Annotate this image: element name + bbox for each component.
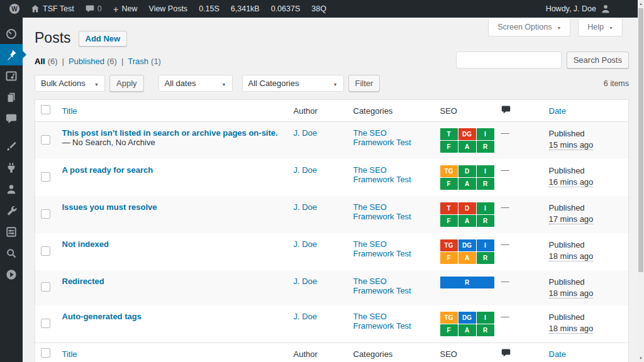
sidebar-item-pages[interactable] bbox=[0, 87, 23, 108]
scroll-up-arrow-icon[interactable]: ▲ bbox=[638, 0, 644, 8]
seo-badge-f: F bbox=[440, 324, 458, 336]
post-title-link[interactable]: Auto-generated tags bbox=[62, 312, 142, 321]
categories-cell: The SEO Framework Test bbox=[347, 196, 434, 233]
sidebar-item-dashboard[interactable] bbox=[0, 23, 23, 44]
vertical-scrollbar[interactable]: ▲ ▼ bbox=[638, 0, 644, 362]
date-cell: Published18 mins ago bbox=[543, 305, 629, 343]
admin-bar: W TSF Test 0 + New View Posts 0.15S 6,34… bbox=[0, 0, 644, 18]
seo-badge-a: A bbox=[458, 324, 476, 336]
category-link[interactable]: The SEO Framework Test bbox=[353, 239, 411, 258]
seo-badge-dg: DG bbox=[458, 239, 476, 251]
search-posts-button[interactable]: Search Posts bbox=[567, 52, 629, 69]
view-all-link[interactable]: All bbox=[35, 57, 45, 66]
author-link[interactable]: J. Doe bbox=[294, 277, 318, 286]
chevron-down-icon bbox=[333, 79, 338, 88]
post-title-link[interactable]: A post ready for search bbox=[62, 165, 153, 175]
post-title-link[interactable]: This post isn’t listed in search or arch… bbox=[62, 128, 278, 138]
view-trash-link[interactable]: Trash bbox=[128, 57, 148, 66]
table-row: Auto-generated tagsJ. DoeThe SEO Framewo… bbox=[35, 305, 629, 343]
scrollbar-thumb[interactable] bbox=[638, 8, 643, 272]
author-link[interactable]: J. Doe bbox=[294, 128, 318, 138]
author-link[interactable]: J. Doe bbox=[294, 165, 318, 175]
seo-badge-r: R bbox=[477, 252, 494, 264]
help-button[interactable]: Help bbox=[578, 19, 623, 36]
screen-options-button[interactable]: Screen Options bbox=[488, 19, 570, 36]
user-icon bbox=[6, 184, 17, 195]
row-checkbox[interactable] bbox=[41, 209, 50, 219]
categories-filter-select[interactable]: All Categories bbox=[242, 75, 344, 92]
post-title-link[interactable]: Not indexed bbox=[62, 239, 109, 249]
seo-badge-t: T bbox=[440, 202, 458, 214]
column-title-sort-link[interactable]: Title bbox=[62, 349, 77, 359]
posts-list-table: Title Author Categories SEO Date This po… bbox=[35, 99, 629, 362]
author-link[interactable]: J. Doe bbox=[294, 239, 318, 249]
category-link[interactable]: The SEO Framework Test bbox=[353, 277, 411, 295]
bulk-actions-select[interactable]: Bulk Actions bbox=[35, 75, 105, 92]
category-link[interactable]: The SEO Framework Test bbox=[353, 202, 411, 221]
sidebar-item-tools[interactable] bbox=[0, 200, 23, 221]
scroll-down-arrow-icon[interactable]: ▼ bbox=[638, 354, 644, 362]
site-name-label: TSF Test bbox=[43, 4, 74, 13]
sidebar-item-comments[interactable] bbox=[0, 108, 23, 129]
category-link[interactable]: The SEO Framework Test bbox=[353, 128, 411, 147]
sidebar-item-plugins[interactable] bbox=[0, 157, 23, 178]
my-account-link[interactable]: Howdy, J. Doe bbox=[541, 0, 615, 18]
view-published-count: (6) bbox=[107, 57, 117, 66]
new-content-link[interactable]: + New bbox=[109, 0, 142, 18]
view-published-link[interactable]: Published bbox=[69, 57, 104, 66]
filter-button[interactable]: Filter bbox=[348, 75, 380, 92]
seo-bar: TDGIFAR bbox=[440, 128, 496, 153]
seo-badge-i: I bbox=[477, 239, 494, 251]
view-trash-count: (1) bbox=[151, 57, 161, 66]
author-link[interactable]: J. Doe bbox=[294, 312, 318, 321]
row-checkbox[interactable] bbox=[41, 282, 50, 292]
plus-icon: + bbox=[113, 4, 119, 14]
sidebar-collapse-menu-button[interactable] bbox=[0, 264, 23, 285]
column-title-sort-link[interactable]: Title bbox=[62, 106, 77, 116]
comments-admin-link[interactable]: 0 bbox=[81, 0, 106, 18]
title-cell: This post isn’t listed in search or arch… bbox=[56, 122, 287, 160]
sidebar-item-media[interactable] bbox=[0, 65, 23, 87]
post-status: Published bbox=[549, 277, 623, 288]
collapse-menu-icon bbox=[6, 269, 17, 280]
site-name-link[interactable]: TSF Test bbox=[26, 0, 79, 18]
seo-badge-dg: DG bbox=[458, 128, 476, 140]
post-title-link[interactable]: Issues you must resolve bbox=[62, 202, 157, 212]
sidebar-item-posts[interactable] bbox=[0, 44, 23, 65]
post-date: 17 mins ago bbox=[549, 214, 594, 224]
select-all-checkbox[interactable] bbox=[41, 105, 50, 114]
category-link[interactable]: The SEO Framework Test bbox=[353, 165, 411, 184]
view-posts-link[interactable]: View Posts bbox=[145, 0, 192, 18]
sidebar-item-appearance[interactable] bbox=[0, 136, 23, 157]
admin-sidebar bbox=[0, 18, 23, 362]
category-link[interactable]: The SEO Framework Test bbox=[353, 312, 411, 331]
help-label: Help bbox=[587, 23, 604, 31]
apply-button[interactable]: Apply bbox=[109, 75, 144, 92]
settings-icon bbox=[6, 226, 17, 238]
post-date: 18 mins ago bbox=[549, 324, 594, 334]
post-state: — No Search, No Archive bbox=[62, 138, 155, 147]
select-all-checkbox[interactable] bbox=[41, 348, 50, 358]
sidebar-item-search[interactable] bbox=[0, 243, 23, 264]
author-link[interactable]: J. Doe bbox=[294, 202, 318, 212]
sidebar-item-settings[interactable] bbox=[0, 221, 23, 243]
wp-logo-button[interactable]: W bbox=[5, 0, 24, 18]
search-input[interactable] bbox=[456, 52, 562, 69]
column-date-sort-link[interactable]: Date bbox=[549, 349, 566, 359]
row-checkbox[interactable] bbox=[41, 319, 50, 328]
seo-badge-t: T bbox=[440, 128, 458, 140]
dates-filter-select[interactable]: All dates bbox=[158, 75, 233, 92]
seo-cell: TDIFAR bbox=[434, 196, 495, 233]
table-row: Issues you must resolveJ. DoeThe SEO Fra… bbox=[35, 196, 629, 233]
row-checkbox[interactable] bbox=[41, 246, 50, 256]
table-row: This post isn’t listed in search or arch… bbox=[35, 122, 629, 160]
title-cell: Auto-generated tags bbox=[56, 305, 287, 343]
post-title-link[interactable]: Redirected bbox=[62, 277, 104, 286]
views-row: All (6) Published (6) Trash (1) Search P… bbox=[35, 52, 629, 69]
sidebar-item-users[interactable] bbox=[0, 178, 23, 200]
add-new-button[interactable]: Add New bbox=[79, 31, 128, 47]
column-date-sort-link[interactable]: Date bbox=[549, 106, 566, 116]
row-checkbox[interactable] bbox=[41, 135, 50, 145]
categories-cell: The SEO Framework Test bbox=[347, 159, 434, 196]
row-checkbox[interactable] bbox=[41, 172, 50, 182]
